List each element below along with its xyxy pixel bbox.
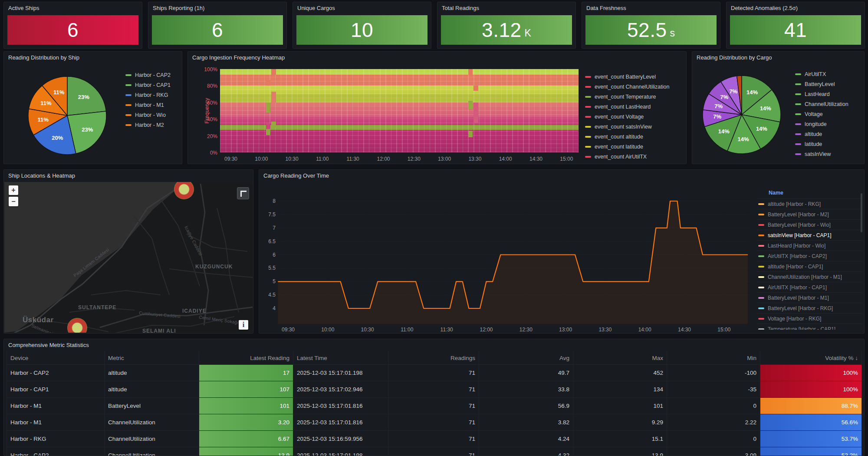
timeseries-legend-item[interactable]: AirUtilTX [Harbor - CAP1] [757,282,862,292]
timeseries-legend-item[interactable]: Voltage [Harbor - RKG] [757,313,862,324]
column-header-latest-reading[interactable]: Latest Reading [199,351,293,365]
heatmap-cell [468,131,473,137]
cell-vol-gauge: 100% [760,365,861,381]
cell-latest: 107 [199,381,293,398]
timeseries-legend-item[interactable]: altitude [Harbor - RKG] [757,198,862,209]
legend-item-Voltage[interactable]: Voltage [795,109,848,119]
heatmap-legend-item[interactable]: event_count AirUtilTX [585,152,669,162]
heatmap-cell [473,86,478,91]
stat-title[interactable]: Detected Anomalies (2.5σ) [727,2,865,14]
stat-title[interactable]: Total Readings [437,2,575,14]
panel-title[interactable]: Cargo Ingestion Frequency Heatmap [188,52,686,64]
panel-title[interactable]: Comprehensive Metric Statistics [4,339,864,351]
heatmap-legend-item[interactable]: event_count Temperature [585,92,669,102]
timeseries-legend-item[interactable]: ChannelUtilization [Harbor - M1] [757,271,862,282]
legend-item-Harbor - RKG[interactable]: Harbor - RKG [125,90,171,100]
stat-value: 6 [212,18,223,42]
legend-swatch-icon [795,153,801,155]
stat-title[interactable]: Active Ships [4,2,142,14]
heatmap-y-tick: 60% [191,100,217,106]
heatmap-y-tick: 80% [191,83,217,89]
cell-readings: 71 [389,414,479,431]
legend-swatch-icon [125,124,132,126]
heatmap-legend-item[interactable]: event_count LastHeard [585,102,669,112]
timeseries-legend-item[interactable]: LastHeard [Harbor - Wio] [757,240,862,251]
map-info-button[interactable]: i [239,320,248,330]
pie-slice-label: 7% [713,113,721,120]
legend-label: AirUtilTX [805,71,826,77]
map-zoom-out-button[interactable]: − [9,197,18,206]
cell-vol: 100% [760,381,862,398]
timeseries-legend-item[interactable]: BatteryLevel [Harbor - M2] [757,209,862,219]
legend-label: Voltage [805,111,823,117]
sort-desc-icon: ↓ [853,355,858,361]
map-canvas[interactable]: KUZGUNCUKSULTANTEPEICADIYESELAMI ALIÜskü… [4,182,253,333]
stat-title[interactable]: Ships Reporting (1h) [148,2,286,14]
heatmap-legend-item[interactable]: event_count ChannelUtilization [585,82,669,92]
stat-value-block: 41 [730,15,861,45]
legend-swatch-icon [758,307,764,309]
legend-item-ChannelUtilization[interactable]: ChannelUtilization [795,99,848,109]
timeseries-legend-item[interactable]: BatteryLevel [Harbor - RKG] [757,303,862,313]
timeseries-legend-item[interactable]: satsInView [Harbor - CAP1] [757,230,862,240]
legend-swatch-icon [795,133,801,135]
timeseries-y-tick: 6.5 [259,238,276,245]
timeseries-legend-item[interactable]: Temperature [Harbor - CAP1] [757,324,862,330]
cell-latest: 101 [199,398,293,414]
stat-panel-1: Ships Reporting (1h)6 [148,2,287,49]
legend-item-latitude[interactable]: latitude [795,139,848,149]
legend-swatch-icon [585,86,591,88]
legend-swatch-icon [758,318,764,320]
column-header-volatility-[interactable]: Volatility % ↓ [760,351,862,365]
legend-label: event_count BatteryLevel [595,74,656,80]
heatmap-y-tick: 0% [191,150,217,156]
stat-title[interactable]: Unique Cargos [293,2,431,14]
pie-slice-label: 7% [714,103,723,109]
cell-avg: 56.9 [479,398,573,414]
heatmap-cell [271,122,276,127]
panel-title[interactable]: Ship Locations & Heatmap [4,170,253,182]
legend-item-LastHeard[interactable]: LastHeard [795,89,848,99]
heatmap-x-tick: 13:00 [435,156,454,162]
legend-swatch-icon [585,136,591,138]
heatmap-legend-item[interactable]: event_count Voltage [585,112,669,122]
timeseries-legend-item[interactable]: altitude [Harbor - CAP1] [757,261,862,271]
map-zoom-in-button[interactable]: + [9,185,18,195]
legend-item-Harbor - CAP2[interactable]: Harbor - CAP2 [125,70,171,80]
legend-item-altitude[interactable]: altitude [795,129,848,139]
heatmap-legend-item[interactable]: event_count latitude [585,142,669,152]
legend-label: Harbor - RKG [135,92,168,98]
legend-item-Harbor - M1[interactable]: Harbor - M1 [125,100,171,110]
timeseries-legend-item[interactable]: BatteryLevel [Harbor - Wio] [757,219,862,230]
column-header-readings[interactable]: Readings [389,351,479,365]
column-header-max[interactable]: Max [573,351,667,365]
column-header-avg[interactable]: Avg [479,351,573,365]
column-header-min[interactable]: Min [667,351,760,365]
heatmap-legend-item[interactable]: event_count BatteryLevel [585,72,669,82]
column-header-metric[interactable]: Metric [105,351,199,365]
timeseries-legend-item[interactable]: AirUtilTX [Harbor - CAP2] [757,251,862,261]
timeseries-legend-item[interactable]: BatteryLevel [Harbor - M1] [757,292,862,303]
column-header-device[interactable]: Device [7,351,105,365]
stat-title[interactable]: Data Freshness [582,2,720,14]
stat-value: 52.5 [627,18,667,42]
legend-scrollbar[interactable] [861,193,862,232]
legend-label: ChannelUtilization [805,101,848,107]
map-layers-button[interactable] [237,187,249,199]
legend-item-longitude[interactable]: longitude [795,119,848,129]
heatmap-x-tick: 13:30 [465,156,484,162]
legend-item-satsInView[interactable]: satsInView [795,149,848,159]
heatmap-legend-item[interactable]: event_count satsInView [585,122,669,132]
cell-vol-gauge: 56.6% [760,414,861,430]
heatmap-legend-item[interactable]: event_count altitude [585,132,669,142]
legend-name-header[interactable]: Name [757,189,862,198]
legend-item-Harbor - M2[interactable]: Harbor - M2 [125,120,171,130]
legend-item-Harbor - CAP1[interactable]: Harbor - CAP1 [125,80,171,90]
legend-item-Harbor - Wio[interactable]: Harbor - Wio [125,110,171,120]
cell-vol: 88.7% [760,398,862,414]
column-header-latest-time[interactable]: Latest Time [293,351,389,365]
timeseries-y-tick: 5 [259,278,276,284]
legend-item-BatteryLevel[interactable]: BatteryLevel [795,79,848,89]
legend-item-AirUtilTX[interactable]: AirUtilTX [795,69,848,79]
cell-readings: 71 [389,381,479,398]
